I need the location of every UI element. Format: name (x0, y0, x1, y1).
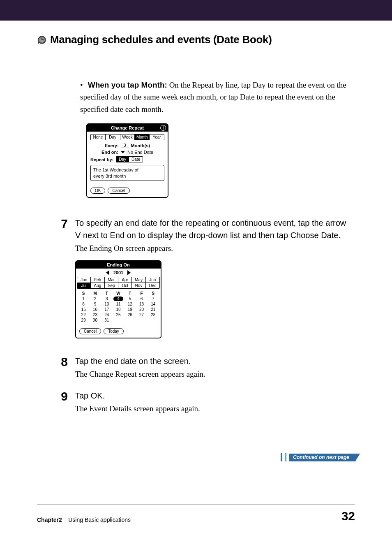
cal-day[interactable]: 19 (125, 307, 135, 312)
cal-day[interactable]: 22 (78, 313, 88, 317)
month-jul[interactable]: Jul (77, 283, 91, 288)
cal-day[interactable]: 1 (78, 297, 88, 301)
every-label: Every: (105, 143, 119, 148)
tab-day[interactable]: Day (106, 134, 120, 140)
step-8-title: Tap the end date on the screen. (75, 355, 351, 367)
page-footer: Chapter2 Using Basic applications 32 (37, 505, 355, 523)
month-dec[interactable]: Dec (146, 283, 159, 288)
step-9-sub: The Event Details screen appears again. (75, 404, 351, 413)
cal-day[interactable]: 6 (136, 297, 146, 301)
cal-day[interactable]: 24 (102, 313, 112, 317)
next-year-icon[interactable] (127, 270, 131, 275)
cal-day[interactable]: 7 (148, 297, 158, 301)
step-7-title-b: next to End on to display the drop-down … (81, 231, 341, 240)
cal-day[interactable]: 29 (78, 318, 88, 322)
cal-day[interactable]: 23 (90, 313, 100, 317)
month-aug[interactable]: Aug (91, 283, 104, 288)
prev-year-icon[interactable] (106, 270, 109, 275)
cal-day (148, 318, 158, 322)
month-feb[interactable]: Feb (91, 277, 104, 283)
svg-point-4 (38, 42, 39, 44)
cal-day (125, 318, 135, 322)
cal-day[interactable]: 28 (148, 313, 158, 317)
cal-day[interactable]: 27 (136, 313, 146, 317)
section-title-row: Managing schedules and events (Date Book… (37, 33, 355, 46)
tab-year[interactable]: Year (150, 134, 164, 140)
month-sep[interactable]: Sep (105, 283, 118, 288)
every-value-field[interactable]: 3 (121, 143, 129, 148)
continued-banner: Continued on next page (289, 454, 355, 461)
change-repeat-dialog: Change Repeat i None Day Week Month Year… (86, 123, 168, 198)
cal-day[interactable]: 18 (113, 307, 123, 312)
footer-rule (37, 505, 355, 505)
down-arrow-icon: V (75, 231, 81, 240)
step-8: 8 Tap the end date on the screen. The Ch… (37, 355, 355, 379)
month-may[interactable]: May (132, 277, 145, 283)
cal-day[interactable]: 20 (136, 307, 146, 312)
step-9-number: 9 (51, 389, 68, 403)
top-banner (0, 0, 392, 21)
step-7-sub: The Ending On screen appears. (75, 244, 351, 253)
cal-day[interactable]: 10 (102, 302, 112, 306)
cal-day[interactable]: 21 (148, 307, 158, 312)
info-icon[interactable]: i (160, 125, 166, 131)
tab-week[interactable]: Week (120, 134, 135, 140)
cancel-button[interactable]: Cancel (108, 188, 129, 194)
weekday-t1: T (102, 291, 112, 296)
calendar-grid: S M T W T F S 1 2 3 4 5 6 7 8 (78, 291, 158, 322)
cal-day[interactable]: 8 (78, 302, 88, 306)
weekday-w: W (113, 291, 123, 296)
footer-chapter-text: Using Basic applications (68, 517, 131, 523)
cal-day (113, 318, 123, 322)
endon-dropdown-arrow-icon[interactable] (121, 151, 125, 153)
step-8-number: 8 (51, 355, 68, 369)
weekday-t2: T (125, 291, 135, 296)
cal-day[interactable]: 26 (125, 313, 135, 317)
bullet-paragraph: • When you tap Month: On the Repeat by l… (80, 79, 351, 115)
footer-chapter: Chapter2 (37, 517, 62, 523)
cal-day[interactable]: 17 (102, 307, 112, 312)
cal-day[interactable]: 14 (148, 302, 158, 306)
month-oct[interactable]: Oct (118, 283, 132, 288)
cal-day[interactable]: 16 (90, 307, 100, 312)
cal-day[interactable]: 15 (78, 307, 88, 312)
ending-cancel-button[interactable]: Cancel (79, 328, 101, 334)
ending-today-button[interactable]: Today (104, 328, 124, 334)
continued-banner-wrap: Continued on next page (281, 453, 355, 461)
repeatby-day[interactable]: Day (116, 157, 129, 162)
ending-on-title: Ending On (107, 262, 130, 267)
continued-bar-icon (285, 453, 286, 461)
weekday-f: F (136, 291, 146, 296)
month-jan[interactable]: Jan (77, 277, 91, 283)
repeatby-date[interactable]: Date (129, 157, 143, 162)
ending-on-dialog: Ending On 2001 Jan Feb Mar Apr May Jun (75, 260, 161, 338)
cal-day[interactable]: 3 (102, 297, 112, 301)
endon-value[interactable]: No End Date (127, 150, 153, 155)
repeatby-tabs: Day Date (116, 156, 143, 162)
datebook-icon (37, 35, 47, 45)
month-nov[interactable]: Nov (132, 283, 145, 288)
cal-day (136, 318, 146, 322)
month-jun[interactable]: Jun (146, 277, 159, 283)
cal-day[interactable]: 11 (113, 302, 123, 306)
cal-day[interactable]: 12 (125, 302, 135, 306)
cal-day[interactable]: 31 (102, 318, 112, 322)
repeat-type-tabs: None Day Week Month Year (90, 134, 164, 140)
dialog-title: Change Repeat (111, 125, 144, 130)
header-rule (37, 24, 355, 24)
cal-day[interactable]: 25 (113, 313, 123, 317)
cal-day[interactable]: 13 (136, 302, 146, 306)
section-title: Managing schedules and events (Date Book… (50, 33, 272, 46)
tab-month[interactable]: Month (135, 134, 150, 140)
weekday-s2: S (148, 291, 158, 296)
cal-day[interactable]: 5 (125, 297, 135, 301)
month-apr[interactable]: Apr (118, 277, 132, 283)
cal-day[interactable]: 2 (90, 297, 100, 301)
cal-day[interactable]: 30 (90, 318, 100, 322)
cal-day-selected[interactable]: 4 (113, 297, 123, 301)
month-mar[interactable]: Mar (105, 277, 118, 283)
cal-day[interactable]: 9 (90, 302, 100, 306)
tab-none[interactable]: None (91, 134, 106, 140)
ok-button[interactable]: OK (90, 188, 105, 194)
readout-line2: every 3rd month (93, 173, 161, 179)
